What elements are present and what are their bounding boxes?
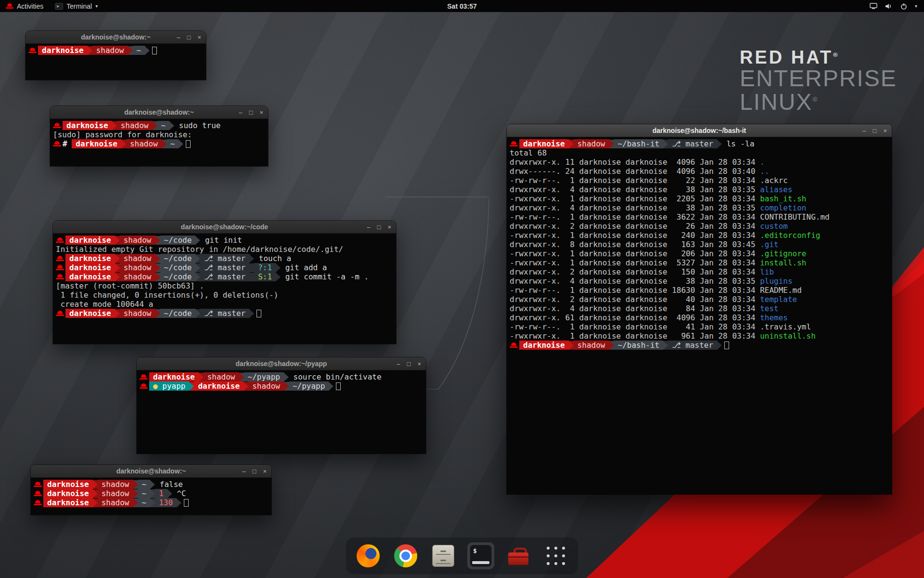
redhat-prompt-icon [34, 481, 42, 488]
prompt-segment: ~ [133, 46, 145, 55]
prompt-segment: shadow [248, 381, 284, 391]
titlebar[interactable]: darknoise@shadow:~ – □ × [31, 465, 271, 478]
power-icon [900, 3, 907, 10]
terminal-line: darknoiseshadow~ sudo true [53, 121, 265, 130]
terminal-cursor [152, 47, 157, 54]
files-icon [432, 545, 454, 567]
dock-firefox[interactable] [355, 542, 382, 569]
window-title: darknoise@shadow:~ [124, 108, 194, 116]
minimize-button[interactable]: – [239, 109, 242, 116]
powerline-arrow [115, 254, 120, 263]
maximize-button[interactable]: □ [407, 360, 411, 368]
prompt-segment: darknoise [38, 46, 88, 55]
terminal-window-exitcodes[interactable]: darknoise@shadow:~ – □ × darknoiseshadow… [31, 465, 271, 515]
registered-mark: ® [812, 96, 818, 103]
minimize-button[interactable]: – [862, 127, 866, 134]
minimize-button[interactable]: – [242, 468, 245, 475]
prompt-segment: darknoise [63, 121, 112, 130]
terminal-content[interactable]: darknoiseshadow~/code git initInitialize… [53, 234, 396, 344]
clock[interactable]: Sat 03:57 [447, 2, 476, 10]
close-button[interactable]: × [387, 223, 391, 231]
powerline-arrow [121, 140, 126, 148]
terminal-window-sudo[interactable]: darknoise@shadow:~ – □ × darknoiseshadow… [50, 106, 268, 166]
titlebar[interactable]: darknoise@shadow:~ – □ × [26, 31, 206, 44]
terminal-window-pyapp[interactable]: darknoise@shadow:~/pyapp – □ × darknoise… [137, 357, 426, 454]
terminal-content[interactable]: darknoiseshadow~/bash-it⎇ master ls -lat… [507, 137, 892, 494]
terminal-line: total 68 [510, 148, 889, 158]
minimize-button[interactable]: – [367, 223, 370, 231]
prompt-segment: shadow [98, 489, 133, 498]
app-menu-terminal[interactable]: Terminal ▾ [49, 0, 103, 12]
prompt-segment: ⎇ master [668, 341, 717, 350]
activities-button[interactable]: Activities [0, 0, 49, 12]
prompt-segment: ?:1 [254, 263, 276, 272]
redhat-prompt-icon [510, 140, 518, 147]
titlebar[interactable]: darknoise@shadow:~/code – □ × [53, 221, 396, 234]
file-name: .gitignore [760, 249, 806, 258]
titlebar[interactable]: darknoise@shadow:~/pyapp – □ × [137, 357, 426, 370]
terminal-content[interactable]: darknoiseshadow~/pyapp source bin/activa… [137, 370, 426, 454]
terminal-line: create mode 100644 a [56, 300, 393, 309]
prompt-segment: shadow [120, 254, 155, 263]
terminal-line: darknoiseshadow~/code⎇ master [56, 309, 393, 318]
redhat-prompt-icon [56, 273, 64, 280]
maximize-button[interactable]: □ [253, 468, 257, 475]
terminal-line: -rw-rw-r--. 1 darknoise darknoise 3622 J… [510, 212, 889, 222]
dock-appgrid[interactable] [542, 542, 569, 569]
registered-mark: ® [833, 51, 840, 58]
terminal-line: -rw-rw-r--. 1 darknoise darknoise 22 Jan… [510, 176, 889, 185]
prompt-segment: ⎇ master [200, 254, 249, 263]
redhat-prompt-icon [510, 342, 518, 349]
prompt-segment: ~/bash-it [614, 139, 664, 148]
prompt-segment: ~/code [160, 236, 196, 245]
powerline-arrow [195, 263, 200, 272]
file-name: README.md [760, 286, 802, 295]
terminal-content[interactable]: darknoiseshadow~ falsedarknoiseshadow~1 … [31, 478, 271, 515]
terminal-app-icon [470, 545, 492, 567]
prompt-segment: darknoise [43, 498, 93, 507]
prompt-segment: darknoise [65, 254, 115, 263]
powerline-arrow [189, 382, 194, 391]
prompt-segment: ~/bash-it [614, 341, 664, 350]
close-button[interactable]: × [197, 34, 201, 41]
prompt-segment: ~/code [160, 263, 196, 272]
file-name: bash_it.sh [760, 194, 806, 203]
terminal-content[interactable]: darknoiseshadow~ sudo true[sudo] passwor… [50, 119, 268, 166]
file-name: template [760, 295, 797, 304]
brand-line2: ENTERPRISE [740, 67, 897, 91]
titlebar[interactable]: darknoise@shadow:~ – □ × [50, 106, 268, 119]
terminal-window-home-1[interactable]: darknoise@shadow:~ – □ × darknoiseshadow… [26, 31, 206, 80]
maximize-button[interactable]: □ [249, 109, 253, 116]
file-name: . [760, 158, 765, 167]
system-status-area[interactable]: ▾ [870, 0, 924, 12]
terminal-window-bashit[interactable]: darknoise@shadow:~/bash-it – □ × darknoi… [507, 124, 892, 494]
minimize-button[interactable]: – [177, 34, 180, 41]
prompt-segment: darknoise [65, 236, 115, 245]
file-name: uninstall.sh [760, 331, 816, 341]
prompt-segment: ~/code [160, 309, 196, 318]
terminal-content[interactable]: darknoiseshadow~ [26, 44, 206, 80]
powerline-arrow [249, 254, 254, 263]
maximize-button[interactable]: □ [377, 223, 381, 231]
dock-toolbox[interactable] [505, 542, 532, 569]
powerline-arrow [179, 140, 183, 148]
minimize-button[interactable]: – [397, 360, 400, 368]
terminal-line: drwxrwxr-x. 2 darknoise darknoise 150 Ja… [510, 267, 889, 276]
titlebar[interactable]: darknoise@shadow:~/bash-it – □ × [507, 124, 892, 137]
powerline-arrow [195, 236, 200, 245]
redhat-prompt-icon [56, 310, 64, 317]
terminal-window-code[interactable]: darknoise@shadow:~/code – □ × darknoises… [53, 221, 396, 344]
firefox-icon [357, 544, 380, 567]
powerline-arrow [239, 373, 244, 381]
dock-files[interactable] [430, 542, 457, 569]
dock-terminal[interactable] [467, 542, 494, 569]
close-button[interactable]: × [883, 127, 887, 134]
close-button[interactable]: × [259, 109, 263, 116]
terminal-cursor [257, 310, 261, 317]
terminal-icon [55, 3, 63, 10]
close-button[interactable]: × [417, 360, 421, 368]
close-button[interactable]: × [263, 468, 267, 475]
maximize-button[interactable]: □ [187, 34, 191, 41]
dock-chrome[interactable] [392, 542, 419, 569]
maximize-button[interactable]: □ [873, 127, 877, 134]
